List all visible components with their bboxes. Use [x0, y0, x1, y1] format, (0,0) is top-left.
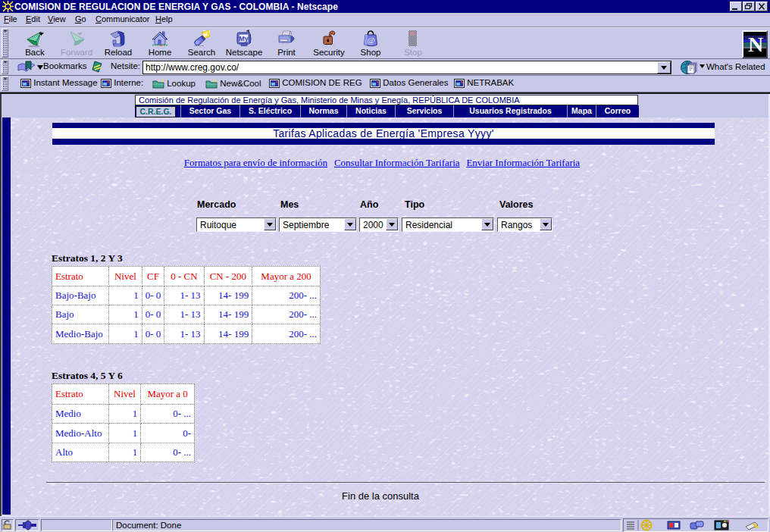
svg-text:@: @ — [367, 36, 374, 45]
svg-text:My: My — [239, 35, 249, 42]
svg-text:N: N — [748, 33, 763, 56]
